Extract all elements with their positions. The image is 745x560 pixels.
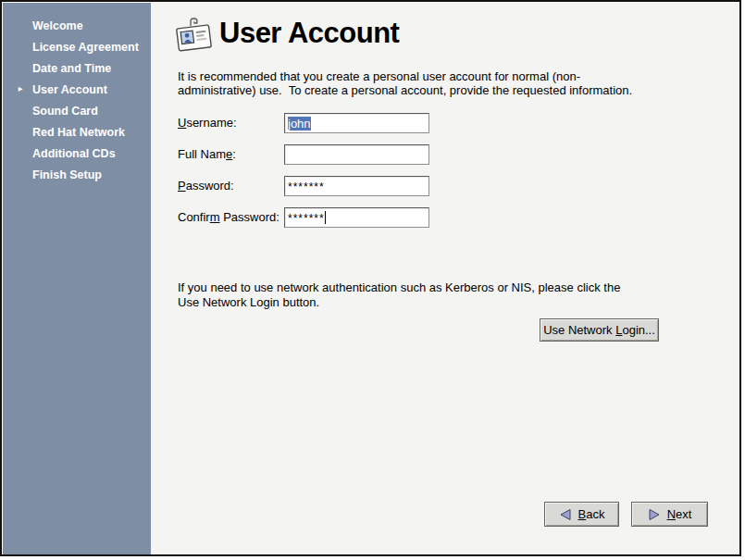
full-name-label: Full Name: [178, 144, 236, 165]
active-step-arrow-icon: ‣ [17, 80, 24, 101]
network-note-line-1: If you need to use network authenticatio… [178, 280, 620, 295]
next-button[interactable]: Next [631, 502, 708, 527]
next-arrow-icon [648, 508, 661, 521]
network-note-line-2: Use Network Login button. [178, 295, 620, 310]
confirm-password-label: Confirm Password: [178, 207, 279, 228]
sidebar-item-red-hat-network: Red Hat Network [3, 122, 151, 143]
password-label: Password: [178, 176, 234, 196]
back-arrow-icon [559, 508, 572, 521]
setup-agent-window: Welcome License Agreement Date and Time … [0, 0, 741, 556]
sidebar-item-label: License Agreement [32, 41, 139, 54]
sidebar-item-label: User Account [32, 83, 107, 96]
sidebar-item-label: Red Hat Network [32, 126, 125, 139]
sidebar-item-label: Finish Setup [32, 168, 102, 181]
network-auth-note: If you need to use network authenticatio… [178, 280, 620, 309]
intro-text: It is recommended that you create a pers… [178, 69, 632, 97]
sidebar-item-label: Date and Time [32, 62, 111, 75]
intro-line-2: administrative) use. To create a persona… [178, 83, 632, 97]
username-label: Username: [178, 113, 237, 133]
intro-line-1: It is recommended that you create a pers… [178, 69, 632, 83]
id-badge-icon [174, 14, 213, 55]
sidebar-item-label: Welcome [32, 19, 83, 32]
sidebar-item-welcome: Welcome [3, 16, 151, 37]
sidebar-item-label: Additional CDs [32, 147, 116, 160]
back-button[interactable]: Back [544, 502, 619, 527]
confirm-password-input[interactable]: ******* [284, 207, 429, 228]
sidebar-item-date-and-time: Date and Time [3, 58, 151, 80]
password-input[interactable]: ******* [284, 176, 429, 196]
username-input[interactable]: john [284, 113, 429, 133]
sidebar-item-sound-card: Sound Card [3, 101, 151, 122]
back-button-label: Back [578, 507, 605, 521]
next-button-label: Next [667, 507, 692, 521]
text-caret [325, 211, 326, 224]
selected-text: john [288, 117, 311, 131]
page-title: User Account [219, 17, 399, 50]
sidebar-item-license-agreement: License Agreement [3, 37, 151, 58]
sidebar-item-additional-cds: Additional CDs [3, 143, 151, 165]
sidebar-item-label: Sound Card [32, 105, 98, 118]
sidebar-item-user-account: ‣User Account [3, 80, 151, 101]
use-network-login-button[interactable]: Use Network Login... [540, 318, 659, 342]
wizard-steps-sidebar: Welcome License Agreement Date and Time … [3, 3, 151, 554]
sidebar-item-finish-setup: Finish Setup [3, 165, 151, 186]
main-content: User Account It is recommended that you … [151, 2, 739, 554]
full-name-input[interactable] [284, 144, 429, 165]
